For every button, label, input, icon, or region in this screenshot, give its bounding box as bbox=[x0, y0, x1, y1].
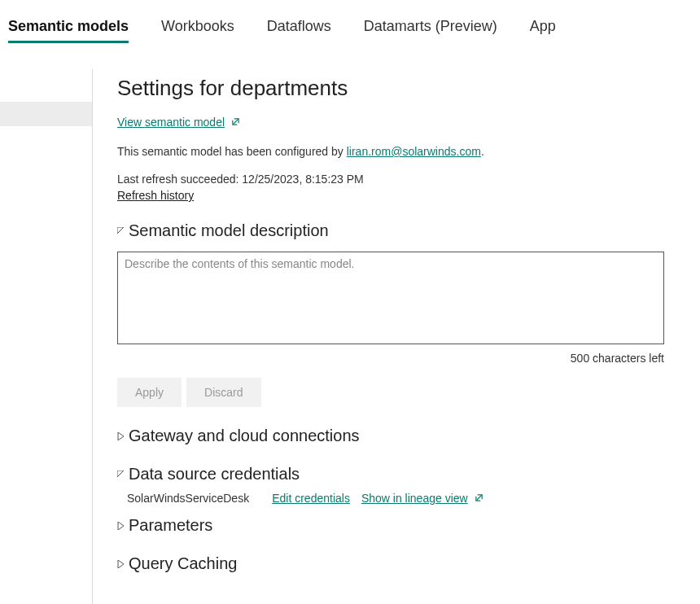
configured-by-line: This semantic model has been configured … bbox=[117, 145, 700, 158]
chevron-down-icon bbox=[117, 471, 125, 479]
section-parameters-title: Parameters bbox=[129, 516, 212, 535]
section-description-title: Semantic model description bbox=[129, 221, 329, 240]
external-link-icon bbox=[475, 493, 483, 502]
show-lineage-wrap: Show in lineage view bbox=[361, 492, 483, 505]
chevron-right-icon bbox=[117, 432, 125, 440]
section-credentials-title: Data source credentials bbox=[129, 465, 300, 484]
chevron-right-icon bbox=[117, 560, 125, 568]
configured-by-prefix: This semantic model has been configured … bbox=[117, 145, 347, 158]
tab-datamarts[interactable]: Datamarts (Preview) bbox=[364, 18, 497, 42]
svg-marker-0 bbox=[117, 227, 124, 234]
svg-marker-1 bbox=[118, 432, 124, 440]
left-sidebar bbox=[0, 69, 93, 604]
chevron-right-icon bbox=[117, 522, 125, 530]
view-semantic-model-row: View semantic model bbox=[117, 116, 700, 129]
last-refresh-text: Last refresh succeeded: 12/25/2023, 8:15… bbox=[117, 173, 700, 186]
section-gateway-toggle[interactable]: Gateway and cloud connections bbox=[117, 427, 700, 445]
svg-marker-3 bbox=[118, 522, 124, 530]
external-link-icon bbox=[231, 117, 240, 126]
tab-app[interactable]: App bbox=[530, 18, 556, 42]
description-chars-left: 500 characters left bbox=[117, 352, 664, 365]
section-gateway-title: Gateway and cloud connections bbox=[129, 427, 360, 445]
section-query-caching-title: Query Caching bbox=[129, 554, 237, 573]
svg-marker-4 bbox=[118, 560, 124, 568]
chevron-down-icon bbox=[117, 227, 125, 235]
section-query-caching-toggle[interactable]: Query Caching bbox=[117, 554, 700, 573]
tab-strip: Semantic models Workbooks Dataflows Data… bbox=[0, 0, 700, 42]
view-semantic-model-link[interactable]: View semantic model bbox=[117, 116, 225, 129]
section-description-toggle[interactable]: Semantic model description bbox=[117, 221, 700, 240]
configured-by-email[interactable]: liran.rom@solarwinds.com bbox=[347, 145, 481, 158]
datasource-name: SolarWindsServiceDesk bbox=[127, 492, 249, 505]
apply-button[interactable]: Apply bbox=[117, 378, 182, 407]
svg-marker-2 bbox=[117, 471, 124, 477]
description-textarea[interactable] bbox=[117, 252, 664, 344]
section-parameters-toggle[interactable]: Parameters bbox=[117, 516, 700, 535]
configured-by-suffix: . bbox=[481, 145, 484, 158]
show-lineage-link[interactable]: Show in lineage view bbox=[361, 492, 468, 505]
settings-content: Settings for departments View semantic m… bbox=[93, 69, 700, 604]
discard-button[interactable]: Discard bbox=[186, 378, 260, 407]
tab-semantic-models[interactable]: Semantic models bbox=[8, 18, 129, 42]
tab-workbooks[interactable]: Workbooks bbox=[161, 18, 234, 42]
tab-dataflows[interactable]: Dataflows bbox=[267, 18, 331, 42]
refresh-history-link[interactable]: Refresh history bbox=[117, 189, 194, 202]
section-credentials-toggle[interactable]: Data source credentials bbox=[117, 465, 700, 484]
sidebar-selected-item[interactable] bbox=[0, 102, 92, 126]
page-title: Settings for departments bbox=[117, 76, 700, 101]
edit-credentials-link[interactable]: Edit credentials bbox=[272, 492, 350, 505]
